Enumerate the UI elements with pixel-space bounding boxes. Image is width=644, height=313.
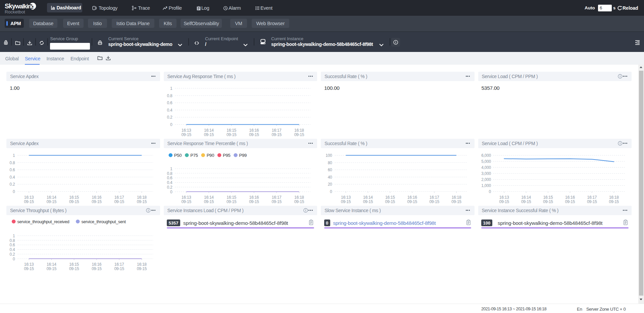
svg-text:16:13: 16:13 xyxy=(341,195,351,199)
svg-text:0.2: 0.2 xyxy=(10,252,15,256)
svg-text:16:14: 16:14 xyxy=(47,195,56,199)
svg-text:09-15: 09-15 xyxy=(69,266,79,271)
svg-text:16:17: 16:17 xyxy=(114,262,124,266)
svg-text:09-15: 09-15 xyxy=(204,199,214,204)
svg-text:16:16: 16:16 xyxy=(407,195,417,199)
svg-text:09-15: 09-15 xyxy=(181,199,191,204)
svg-text:1,000: 1,000 xyxy=(481,183,491,188)
svg-text:09-15: 09-15 xyxy=(521,199,531,204)
svg-text:16:18: 16:18 xyxy=(137,262,147,266)
svg-text:0.8: 0.8 xyxy=(167,171,172,176)
svg-text:0: 0 xyxy=(13,189,15,194)
svg-text:16:15: 16:15 xyxy=(227,195,236,199)
svg-text:16:18: 16:18 xyxy=(294,128,304,132)
svg-text:P75: P75 xyxy=(190,153,198,158)
svg-text:09-15: 09-15 xyxy=(587,199,597,204)
svg-text:16:13: 16:13 xyxy=(499,195,509,199)
svg-text:16:16: 16:16 xyxy=(92,262,101,266)
svg-text:16:18: 16:18 xyxy=(294,195,304,199)
svg-text:0.4: 0.4 xyxy=(167,180,172,185)
svg-text:16:17: 16:17 xyxy=(430,195,439,199)
svg-text:16:15: 16:15 xyxy=(69,262,79,266)
svg-text:0.8: 0.8 xyxy=(10,160,15,165)
svg-text:60: 60 xyxy=(328,168,332,172)
svg-text:09-15: 09-15 xyxy=(69,199,79,204)
svg-text:P95: P95 xyxy=(223,153,231,158)
svg-text:0.2: 0.2 xyxy=(10,182,15,187)
svg-text:16:15: 16:15 xyxy=(227,128,236,132)
svg-text:P90: P90 xyxy=(206,153,214,158)
svg-text:16:15: 16:15 xyxy=(543,195,553,199)
svg-text:16:16: 16:16 xyxy=(249,195,259,199)
svg-text:09-15: 09-15 xyxy=(499,199,509,204)
svg-text:09-15: 09-15 xyxy=(226,132,236,137)
svg-text:09-15: 09-15 xyxy=(407,199,417,204)
svg-text:09-15: 09-15 xyxy=(114,266,124,271)
svg-text:09-15: 09-15 xyxy=(294,199,304,204)
svg-text:1: 1 xyxy=(170,166,172,171)
svg-text:2,000: 2,000 xyxy=(481,177,491,182)
svg-text:0.4: 0.4 xyxy=(10,247,15,252)
svg-text:16:18: 16:18 xyxy=(452,195,461,199)
svg-text:09-15: 09-15 xyxy=(47,266,57,271)
svg-text:16:17: 16:17 xyxy=(114,195,124,199)
svg-text:09-15: 09-15 xyxy=(92,199,102,204)
svg-text:16:16: 16:16 xyxy=(249,128,259,132)
svg-text:09-15: 09-15 xyxy=(137,266,147,271)
svg-text:16:13: 16:13 xyxy=(181,195,191,199)
svg-text:0: 0 xyxy=(170,189,172,194)
svg-text:0: 0 xyxy=(489,189,491,194)
svg-text:40: 40 xyxy=(328,175,332,179)
svg-text:0.6: 0.6 xyxy=(10,243,15,247)
svg-text:09-15: 09-15 xyxy=(204,132,214,137)
svg-text:16:15: 16:15 xyxy=(69,195,79,199)
svg-text:0.6: 0.6 xyxy=(167,101,172,105)
svg-text:0.6: 0.6 xyxy=(10,168,15,172)
svg-text:09-15: 09-15 xyxy=(24,266,34,271)
svg-text:0.4: 0.4 xyxy=(167,108,172,112)
svg-text:16:13: 16:13 xyxy=(24,195,34,199)
svg-text:16:18: 16:18 xyxy=(609,195,618,199)
svg-text:16:14: 16:14 xyxy=(204,195,213,199)
svg-text:09-15: 09-15 xyxy=(341,199,351,204)
svg-text:P99: P99 xyxy=(239,153,247,158)
svg-text:09-15: 09-15 xyxy=(114,199,124,204)
svg-text:09-15: 09-15 xyxy=(249,199,259,204)
svg-text:3,000: 3,000 xyxy=(481,171,491,176)
svg-text:16:16: 16:16 xyxy=(565,195,575,199)
svg-text:09-15: 09-15 xyxy=(24,199,34,204)
svg-text:16:15: 16:15 xyxy=(385,195,395,199)
svg-text:0.2: 0.2 xyxy=(167,185,172,189)
svg-text:16:14: 16:14 xyxy=(47,262,56,266)
svg-text:16:14: 16:14 xyxy=(521,195,531,199)
svg-text:5,000: 5,000 xyxy=(481,159,491,164)
svg-text:80: 80 xyxy=(328,160,332,165)
svg-text:1: 1 xyxy=(13,153,15,158)
svg-text:4,000: 4,000 xyxy=(481,165,491,170)
svg-text:0.6: 0.6 xyxy=(167,176,172,180)
svg-text:09-15: 09-15 xyxy=(294,132,304,137)
svg-text:16:17: 16:17 xyxy=(271,195,281,199)
svg-text:09-15: 09-15 xyxy=(609,199,619,204)
svg-text:09-15: 09-15 xyxy=(363,199,373,204)
svg-text:09-15: 09-15 xyxy=(181,132,191,137)
svg-text:16:14: 16:14 xyxy=(363,195,373,199)
svg-text:16:18: 16:18 xyxy=(137,195,147,199)
svg-text:09-15: 09-15 xyxy=(137,199,147,204)
svg-text:09-15: 09-15 xyxy=(226,199,236,204)
svg-text:09-15: 09-15 xyxy=(565,199,575,204)
svg-text:100: 100 xyxy=(326,153,332,158)
svg-text:09-15: 09-15 xyxy=(385,199,395,204)
svg-text:0: 0 xyxy=(13,256,15,261)
svg-text:09-15: 09-15 xyxy=(543,199,553,204)
svg-text:16:13: 16:13 xyxy=(181,128,191,132)
svg-text:16:16: 16:16 xyxy=(92,195,101,199)
svg-text:09-15: 09-15 xyxy=(271,199,282,204)
svg-text:service_throughput_sent: service_throughput_sent xyxy=(82,220,126,224)
svg-text:0.4: 0.4 xyxy=(10,175,15,179)
svg-text:16:17: 16:17 xyxy=(587,195,597,199)
svg-text:09-15: 09-15 xyxy=(249,132,259,137)
svg-text:16:13: 16:13 xyxy=(24,262,34,266)
svg-text:0: 0 xyxy=(170,122,172,127)
svg-text:16:14: 16:14 xyxy=(204,128,213,132)
